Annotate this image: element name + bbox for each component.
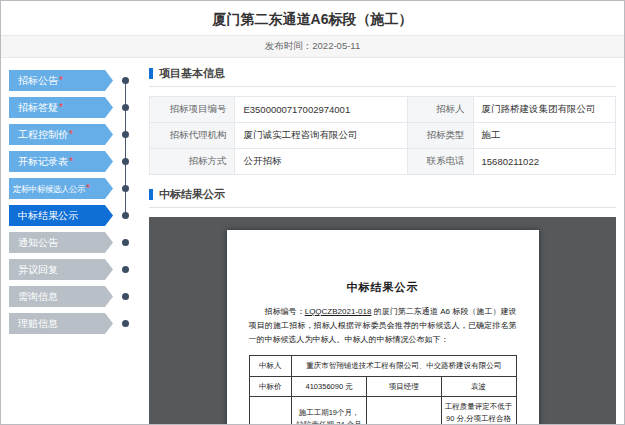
field-label: 项目经理 — [366, 376, 441, 397]
timeline-dot — [122, 320, 129, 327]
basic-info-table: 招标项目编号 E3500000717002974001 招标人 厦门路桥建设集团… — [149, 96, 616, 175]
document-title: 中标结果公示 — [249, 280, 517, 295]
sidebar-item-result-publicity[interactable]: 中标结果公示 — [9, 205, 141, 226]
stage-arrow[interactable]: 工程控制价* — [9, 124, 113, 145]
field-value: 工程质量评定不低于 90 分,分项工程合格率为 100%; 交工验收达到合格; … — [441, 397, 516, 425]
result-section-title: 中标结果公示 — [159, 187, 225, 202]
timeline-dot — [122, 239, 129, 246]
stage-arrow[interactable]: 理赔信息 — [9, 313, 113, 334]
bid-number: LQQCZB2021-018 — [305, 307, 372, 316]
required-star: * — [69, 156, 73, 167]
timeline-dot — [122, 131, 129, 138]
timeline-dot — [122, 77, 129, 84]
timeline-dot — [122, 266, 129, 273]
table-row: 中标价 410356090 元 项目经理 袁波 — [249, 376, 516, 397]
result-section-header: 中标结果公示 — [149, 187, 616, 208]
required-star: * — [59, 75, 63, 86]
field-label: 招标项目编号 — [150, 97, 235, 123]
field-value: 厦门路桥建设集团有限公司 — [473, 97, 615, 123]
publish-time-bar: 发布时间：2022-05-11 — [1, 35, 624, 58]
stage-sidebar: 招标公告* 招标答疑* 工程控制价* 开标记录表* 定标中标候选人公示* 中标结… — [9, 66, 141, 425]
section-marker-icon — [149, 189, 153, 200]
field-value: 重庆市智翔铺道技术工程有限公司、中交路桥建设有限公司 — [292, 356, 516, 377]
document-paragraph: 招标编号：LQQCZB2021-018 的厦门第二东通道 A6 标段（施工）建设… — [249, 305, 517, 347]
stage-arrow[interactable]: 异议回复 — [9, 259, 113, 280]
stage-label: 异议回复 — [18, 264, 58, 275]
stage-label: 招标答疑 — [18, 102, 58, 113]
field-label: 联系电话 — [408, 149, 473, 175]
timeline-dot — [122, 104, 129, 111]
required-star: * — [59, 102, 63, 113]
stage-arrow[interactable]: 需询信息 — [9, 286, 113, 307]
document-preview[interactable]: 中标结果公示 招标编号：LQQCZB2021-018 的厦门第二东通道 A6 标… — [149, 217, 616, 425]
field-label: 中标人 — [249, 356, 292, 377]
sidebar-item-candidate-publicity[interactable]: 定标中标候选人公示* — [9, 178, 141, 199]
para-prefix: 招标编号： — [265, 307, 305, 316]
timeline-dot — [122, 185, 129, 192]
basic-info-title: 项目基本信息 — [159, 66, 225, 81]
stage-arrow[interactable]: 招标答疑* — [9, 97, 113, 118]
table-row: 招标项目编号 E3500000717002974001 招标人 厦门路桥建设集团… — [150, 97, 616, 123]
sidebar-item-bid-qa[interactable]: 招标答疑* — [9, 97, 141, 118]
field-label: 招标方式 — [150, 149, 235, 175]
field-label: 招标代理机构 — [150, 123, 235, 149]
field-label: 工期 — [249, 397, 292, 425]
table-row: 中标人 重庆市智翔铺道技术工程有限公司、中交路桥建设有限公司 — [249, 356, 516, 377]
timeline-dot — [122, 158, 129, 165]
stage-label: 通知公告 — [18, 237, 58, 248]
main-content: 项目基本信息 招标项目编号 E3500000717002974001 招标人 厦… — [141, 66, 616, 425]
document-page: 中标结果公示 招标编号：LQQCZB2021-018 的厦门第二东通道 A6 标… — [227, 230, 539, 425]
stage-arrow[interactable]: 招标公告* — [9, 70, 113, 91]
stage-arrow[interactable]: 通知公告 — [9, 232, 113, 253]
stage-label: 开标记录表 — [18, 156, 68, 167]
section-marker-icon — [149, 68, 153, 79]
field-label: 招标类型 — [408, 123, 473, 149]
field-value: 410356090 元 — [292, 376, 367, 397]
sidebar-item-opening-record[interactable]: 开标记录表* — [9, 151, 141, 172]
timeline-line — [125, 81, 126, 216]
field-value: 公开招标 — [235, 149, 408, 175]
sidebar-item-notice[interactable]: 通知公告 — [9, 232, 141, 253]
table-row: 招标方式 公开招标 联系电话 15680211022 — [150, 149, 616, 175]
stage-label: 需询信息 — [18, 291, 58, 302]
required-star: * — [69, 129, 73, 140]
sidebar-item-bid-announcement[interactable]: 招标公告* — [9, 70, 141, 91]
project-detail-page: 厦门第二东通道A6标段（施工） 发布时间：2022-05-11 招标公告* 招标… — [0, 0, 625, 425]
page-header: 厦门第二东通道A6标段（施工） — [1, 1, 624, 35]
field-label: 招标人 — [408, 97, 473, 123]
table-row: 工期 施工工期19个月，缺陷责任期 24 个月（其中，绿化工程养护期为 12 个… — [249, 397, 516, 425]
basic-info-section-header: 项目基本信息 — [149, 66, 616, 87]
field-value: 15680211022 — [473, 149, 615, 175]
field-value: 厦门诚实工程咨询有限公司 — [235, 123, 408, 149]
stage-arrow[interactable]: 定标中标候选人公示* — [9, 178, 113, 199]
field-value: E3500000717002974001 — [235, 97, 408, 123]
sidebar-item-objection-reply[interactable]: 异议回复 — [9, 259, 141, 280]
sidebar-item-inquiry-info[interactable]: 需询信息 — [9, 286, 141, 307]
field-value: 施工工期19个月，缺陷责任期 24 个月（其中，绿化工程养护期为 12 个月） — [292, 397, 367, 425]
stage-arrow-selected[interactable]: 中标结果公示 — [9, 205, 113, 226]
stage-label: 定标中标候选人公示 — [13, 184, 85, 194]
sidebar-item-claim-info[interactable]: 理赔信息 — [9, 313, 141, 334]
result-table: 中标人 重庆市智翔铺道技术工程有限公司、中交路桥建设有限公司 中标价 41035… — [249, 355, 517, 425]
stage-label: 理赔信息 — [18, 318, 58, 329]
stage-label: 工程控制价 — [18, 129, 68, 140]
page-title: 厦门第二东通道A6标段（施工） — [213, 11, 413, 27]
field-label: 质量标准 — [366, 397, 441, 425]
publish-time: 发布时间：2022-05-11 — [265, 40, 360, 51]
timeline-dot — [122, 293, 129, 300]
field-label: 中标价 — [249, 376, 292, 397]
stage-arrow[interactable]: 开标记录表* — [9, 151, 113, 172]
table-row: 招标代理机构 厦门诚实工程咨询有限公司 招标类型 施工 — [150, 123, 616, 149]
required-star: * — [86, 183, 89, 194]
timeline-dot — [122, 212, 129, 219]
field-value: 袁波 — [441, 376, 516, 397]
stage-label: 中标结果公示 — [18, 210, 78, 221]
sidebar-item-control-price[interactable]: 工程控制价* — [9, 124, 141, 145]
field-value: 施工 — [473, 123, 615, 149]
stage-label: 招标公告 — [18, 75, 58, 86]
